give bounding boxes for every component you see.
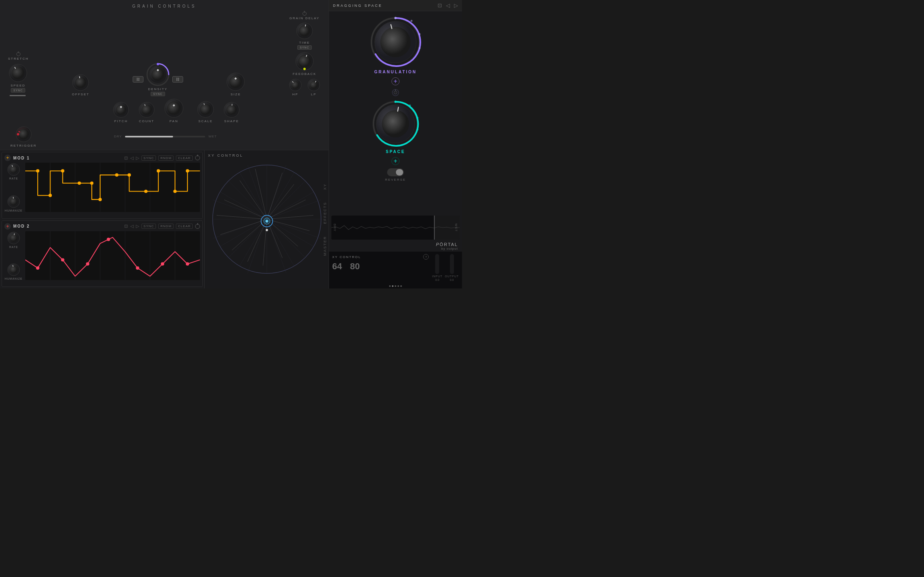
- svg-point-12: [229, 75, 242, 88]
- mod1-sync-btn[interactable]: SYNC: [141, 155, 156, 161]
- svg-point-40: [226, 105, 237, 115]
- offset-group: OFFSET: [71, 73, 90, 96]
- grain-controls-title: GRAIN CONTROLS: [6, 4, 322, 8]
- stretch-power-icon[interactable]: [16, 52, 20, 56]
- mod1-next-icon[interactable]: ▷: [136, 155, 139, 161]
- svg-line-111: [247, 219, 266, 262]
- mod1-humanize-knob[interactable]: [7, 195, 20, 208]
- svg-line-109: [267, 219, 282, 258]
- link-btn-1[interactable]: ⛓: [133, 76, 143, 83]
- mod2-copy-icon[interactable]: ⊡: [124, 224, 128, 229]
- grain-delay-power-icon[interactable]: [303, 12, 307, 16]
- pan-knob[interactable]: [163, 98, 184, 119]
- master-label: MASTER: [323, 236, 327, 256]
- svg-point-126: [419, 33, 421, 35]
- granulation-plus-btn[interactable]: +: [391, 77, 399, 85]
- mod2-rndm-btn[interactable]: RNDM: [158, 224, 174, 229]
- mod2-plus-btn[interactable]: +: [4, 223, 11, 230]
- mod2-humanize-knob[interactable]: [7, 263, 20, 276]
- mod1-power-btn[interactable]: [195, 155, 200, 160]
- output-slider[interactable]: [450, 254, 454, 274]
- lp-knob[interactable]: [307, 78, 321, 92]
- space-plus-btn[interactable]: +: [391, 157, 399, 165]
- svg-point-65: [127, 174, 131, 177]
- svg-line-16: [305, 25, 306, 26]
- svg-point-61: [78, 182, 81, 185]
- granulation-knob[interactable]: [369, 16, 422, 68]
- xy-panel: XY CONTROL: [204, 150, 329, 288]
- link-btn-2[interactable]: ⛓: [172, 76, 183, 83]
- svg-point-139: [417, 129, 419, 131]
- mod1-prev-icon[interactable]: ◁: [130, 155, 133, 161]
- svg-point-127: [419, 47, 421, 49]
- svg-point-66: [144, 190, 147, 193]
- mod1-copy-icon[interactable]: ⊡: [124, 155, 128, 161]
- mod2-prev-icon[interactable]: ◁: [130, 224, 133, 229]
- save-icon[interactable]: ⊡: [438, 2, 442, 8]
- dragging-space-title: DRAGGING SPACE: [333, 4, 382, 8]
- input-label: INPUT: [432, 275, 442, 278]
- mod1-plus-btn[interactable]: +: [4, 155, 11, 161]
- info-icon[interactable]: ?: [423, 254, 429, 260]
- time-knob[interactable]: [295, 22, 314, 40]
- speed-knob[interactable]: [8, 63, 28, 83]
- reverse-group: REVERSE: [385, 168, 406, 182]
- offset-knob[interactable]: [71, 73, 90, 92]
- svg-point-136: [394, 101, 397, 103]
- mod2-next-icon[interactable]: ▷: [136, 224, 139, 229]
- mod2-power-btn[interactable]: [195, 224, 200, 229]
- svg-point-74: [10, 266, 18, 274]
- mod1-title: MOD 1: [13, 156, 30, 160]
- output-value: 0.0: [450, 278, 454, 281]
- mod1-rndm-btn[interactable]: RNDM: [158, 155, 174, 161]
- scale-knob[interactable]: [196, 100, 215, 119]
- dry-wet-slider[interactable]: [125, 136, 205, 137]
- density-knob[interactable]: [146, 63, 170, 87]
- waveform-wet-label: WET: [454, 224, 458, 232]
- stretch-label: STRETCH: [8, 57, 29, 61]
- output-label: OUTPUT: [445, 275, 459, 278]
- mod1-rate-knob[interactable]: [7, 163, 20, 176]
- hp-knob[interactable]: [288, 78, 302, 92]
- next-icon[interactable]: ▷: [454, 2, 458, 8]
- svg-point-122: [266, 229, 268, 231]
- main-panel: GRAIN CONTROLS STRETCH: [0, 0, 329, 288]
- input-slider[interactable]: [435, 254, 439, 274]
- reverse-toggle[interactable]: [387, 168, 404, 176]
- size-knob[interactable]: [226, 72, 246, 92]
- count-label: COUNT: [139, 119, 154, 123]
- svg-point-125: [411, 20, 413, 22]
- xy-title: XY CONTROL: [208, 153, 325, 157]
- mod2-rate-label: RATE: [9, 246, 18, 248]
- mod2-rate-knob[interactable]: [7, 231, 20, 245]
- shape-knob[interactable]: [223, 101, 240, 119]
- feedback-label: FEEDBACK: [293, 72, 316, 76]
- space-knob[interactable]: [371, 100, 420, 148]
- input-value: 0.0: [435, 278, 439, 281]
- speed-sync-btn[interactable]: SYNC: [11, 88, 25, 93]
- speed-label: SPEED: [10, 84, 25, 87]
- pan-label: PAN: [169, 119, 178, 123]
- pitch-label: PITCH: [114, 119, 128, 123]
- mod2-wave[interactable]: [25, 231, 200, 280]
- count-knob[interactable]: [138, 101, 155, 119]
- prev-icon[interactable]: ◁: [446, 2, 450, 8]
- mod2-sync-btn[interactable]: SYNC: [141, 224, 156, 229]
- grain-delay-label: GRAIN DELAY: [289, 16, 319, 20]
- svg-line-108: [267, 219, 298, 246]
- mod1-wave[interactable]: [25, 163, 200, 212]
- mod2-clear-btn[interactable]: CLEAR: [176, 224, 193, 229]
- mod1-clear-btn[interactable]: CLEAR: [176, 155, 193, 161]
- svg-line-72: [14, 234, 14, 235]
- granulation-label: GRANULATION: [374, 70, 417, 74]
- svg-point-84: [86, 262, 89, 265]
- svg-point-31: [141, 105, 152, 115]
- pitch-knob[interactable]: [112, 101, 130, 119]
- retrigger-knob[interactable]: [15, 125, 32, 143]
- granulation-group: GRANULATION: [369, 16, 422, 74]
- svg-line-5: [80, 77, 80, 78]
- svg-point-67: [157, 169, 160, 172]
- feedback-knob[interactable]: [295, 51, 315, 71]
- time-sync-btn[interactable]: SYNC: [297, 45, 311, 50]
- density-sync-btn[interactable]: SYNC: [151, 92, 165, 96]
